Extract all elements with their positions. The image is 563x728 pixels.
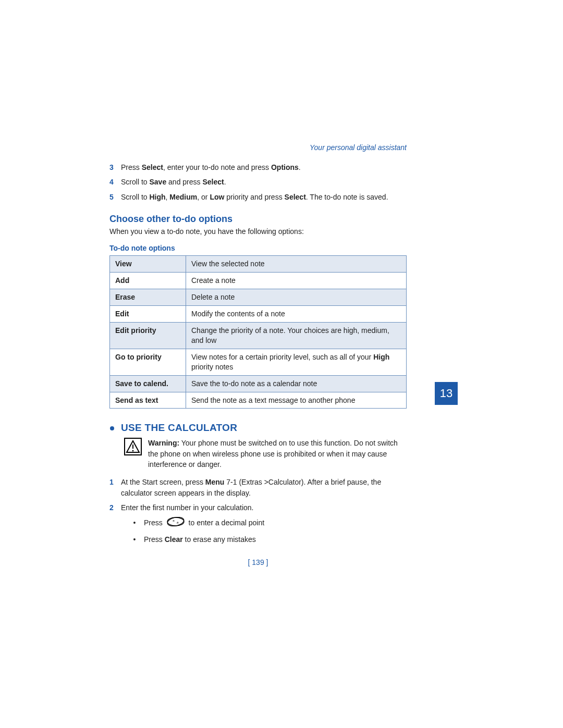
table-row: EraseDelete a note xyxy=(110,289,407,306)
chapter-tab: 13 xyxy=(435,382,458,405)
option-description: Save the to-do note as a calendar note xyxy=(186,375,407,392)
step-body: Press Select, enter your to-do note and … xyxy=(121,162,407,172)
bold-text: High xyxy=(149,193,165,201)
step-item: 1At the Start screen, press Menu 7-1 (Ex… xyxy=(109,477,407,498)
svg-text:#: # xyxy=(177,521,179,525)
step-item: 5Scroll to High, Medium, or Low priority… xyxy=(109,192,407,202)
todo-options-table: ViewView the selected noteAddCreate a no… xyxy=(109,255,407,409)
bold-text: Clear xyxy=(165,535,183,544)
table-row: AddCreate a note xyxy=(110,273,407,289)
bold-text: High xyxy=(373,353,389,361)
table-row: Go to priorityView notes for a certain p… xyxy=(110,349,407,375)
option-description: Send the note as a text message to anoth… xyxy=(186,392,407,409)
bullet-dot-icon: • xyxy=(132,535,137,545)
warning-block: Warning: Your phone must be switched on … xyxy=(124,438,407,470)
option-description: View notes for a certain priority level,… xyxy=(186,349,407,375)
step-body: At the Start screen, press Menu 7-1 (Ext… xyxy=(121,477,407,498)
warning-icon xyxy=(124,438,142,455)
step-item: 4Scroll to Save and press Select. xyxy=(109,177,407,187)
svg-point-3 xyxy=(132,450,134,452)
bold-text: Medium xyxy=(169,193,197,201)
table-row: Edit priorityChange the priority of a no… xyxy=(110,323,407,349)
option-name: Send as text xyxy=(110,392,186,409)
step-number: 4 xyxy=(109,177,121,187)
table-row: Save to calend.Save the to-do note as a … xyxy=(110,375,407,392)
bullet-body: Press Clear to erase any mistakes xyxy=(144,535,256,545)
option-name: Edit xyxy=(110,306,186,323)
bold-text: Save xyxy=(149,178,166,186)
svg-point-4 xyxy=(167,517,184,526)
section-heading-calculator: USE THE CALCULATOR xyxy=(109,422,407,434)
numbered-steps-top: 3Press Select, enter your to-do note and… xyxy=(109,162,407,202)
step-number: 1 xyxy=(109,477,121,487)
section-intro-choose: When you view a to-do note, you have the… xyxy=(109,227,407,237)
bullet-icon xyxy=(109,422,115,434)
option-description: Change the priority of a note. Your choi… xyxy=(186,323,407,349)
option-name: Go to priority xyxy=(110,349,186,375)
bold-text: Select xyxy=(142,163,163,171)
option-name: Save to calend. xyxy=(110,375,186,392)
numbered-steps-calculator: 1At the Start screen, press Menu 7-1 (Ex… xyxy=(109,477,407,545)
table-caption: To-do note options xyxy=(109,244,407,252)
option-description: Create a note xyxy=(186,273,407,289)
bold-text: Options xyxy=(271,163,299,171)
svg-point-0 xyxy=(110,426,114,430)
option-name: Add xyxy=(110,273,186,289)
document-page: Your personal digital assistant 3Press S… xyxy=(109,143,407,566)
section-heading-calculator-text: USE THE CALCULATOR xyxy=(121,422,237,434)
option-description: Modify the contents of a note xyxy=(186,306,407,323)
table-row: EditModify the contents of a note xyxy=(110,306,407,323)
bold-text: Select xyxy=(202,178,224,186)
warning-text: Warning: Your phone must be switched on … xyxy=(148,438,407,470)
step-item: 2Enter the first number in your calculat… xyxy=(109,502,407,513)
step-number: 3 xyxy=(109,162,121,172)
svg-text:*: * xyxy=(173,520,175,524)
bold-text: Select xyxy=(285,193,306,201)
bullet-item: •Press *# to enter a decimal point xyxy=(132,517,407,529)
bullet-list: •Press *# to enter a decimal point•Press… xyxy=(132,517,407,545)
bullet-dot-icon: • xyxy=(132,518,137,528)
bullet-item: •Press Clear to erase any mistakes xyxy=(132,535,407,545)
table-row: Send as textSend the note as a text mess… xyxy=(110,392,407,409)
bold-text: Low xyxy=(210,193,224,201)
option-name: Edit priority xyxy=(110,323,186,349)
option-description: View the selected note xyxy=(186,256,407,273)
option-description: Delete a note xyxy=(186,289,407,306)
running-header: Your personal digital assistant xyxy=(109,143,407,152)
page-number: [ 139 ] xyxy=(109,558,407,566)
phone-key-icon: *# xyxy=(167,517,185,529)
step-number: 2 xyxy=(109,502,121,513)
option-name: View xyxy=(110,256,186,273)
step-item: 3Press Select, enter your to-do note and… xyxy=(109,162,407,172)
table-row: ViewView the selected note xyxy=(110,256,407,273)
step-body: Enter the first number in your calculati… xyxy=(121,502,407,513)
section-heading-choose: Choose other to-do options xyxy=(109,214,407,225)
option-name: Erase xyxy=(110,289,186,306)
step-number: 5 xyxy=(109,192,121,202)
bold-text: Menu xyxy=(205,478,225,486)
bullet-body: Press *# to enter a decimal point xyxy=(144,517,264,529)
bold-text: Warning: xyxy=(148,439,179,447)
step-body: Scroll to Save and press Select. xyxy=(121,177,407,187)
step-body: Scroll to High, Medium, or Low priority … xyxy=(121,192,407,202)
